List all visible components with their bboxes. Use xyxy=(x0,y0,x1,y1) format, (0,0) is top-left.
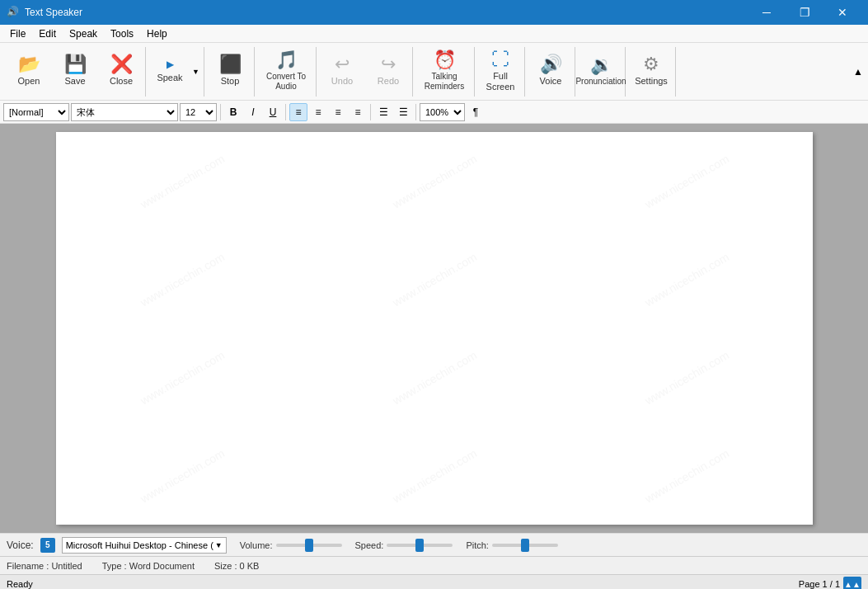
reminders-button[interactable]: ⏰ Talking Reminders xyxy=(416,48,472,96)
reminders-label: Talking Reminders xyxy=(419,72,470,92)
document-page[interactable]: www.nicechin.com www.nicechin.com www.ni… xyxy=(56,132,813,525)
size-select[interactable]: 12 xyxy=(180,103,217,121)
undo-icon: ↩ xyxy=(335,55,350,73)
restore-button[interactable]: ❐ xyxy=(786,0,823,25)
voice-icon: 🔊 xyxy=(540,55,562,73)
volume-label: Volume: xyxy=(240,540,273,550)
font-select[interactable]: 宋体 xyxy=(71,103,178,121)
bottom-panel: Voice: 5 Microsoft Huihui Desktop - Chin… xyxy=(0,533,868,589)
menu-file[interactable]: File xyxy=(3,26,32,41)
pronunciation-label: Pronunciation xyxy=(575,77,626,87)
align-left-button[interactable]: ≡ xyxy=(289,103,307,121)
scroll-top-button[interactable]: ▲▲ xyxy=(843,577,861,589)
watermark-3: www.nicechin.com xyxy=(552,132,812,287)
minimize-button[interactable]: ─ xyxy=(748,0,786,25)
scroll-area[interactable]: www.nicechin.com www.nicechin.com www.ni… xyxy=(0,124,868,533)
pitch-slider[interactable] xyxy=(492,544,558,547)
save-button[interactable]: 💾 Save xyxy=(53,48,97,96)
volume-thumb[interactable] xyxy=(305,539,313,552)
pronunciation-button[interactable]: 🔉 Pronunciation xyxy=(579,48,623,96)
watermark-5: www.nicechin.com xyxy=(300,173,568,384)
bullet-list-button[interactable]: ☰ xyxy=(374,103,392,121)
toolbar: 📂 Open 💾 Save ❌ Close ▶ Speak ▼ ⬛ Stop 🎵 xyxy=(0,43,868,101)
redo-label: Redo xyxy=(378,76,399,87)
title-bar-title: Text Speaker xyxy=(25,7,748,18)
voice-bar-label: Voice: xyxy=(7,540,34,551)
speak-button[interactable]: ▶ Speak xyxy=(149,48,190,96)
open-button[interactable]: 📂 Open xyxy=(7,48,51,96)
format-sep-1 xyxy=(220,104,221,120)
volume-slider[interactable] xyxy=(276,544,342,547)
voice-name-select[interactable]: Microsoft Huihui Desktop - Chinese ( ▼ xyxy=(62,537,227,554)
file-bar: Filename : Untitled Type : Word Document… xyxy=(0,557,868,575)
settings-button[interactable]: ⚙ Settings xyxy=(629,48,673,96)
pronunciation-toolbar-group: 🔉 Pronunciation xyxy=(577,47,626,97)
save-icon: 💾 xyxy=(64,55,87,73)
fullscreen-toolbar-group: ⛶ Full Screen xyxy=(476,47,525,97)
fullscreen-icon: ⛶ xyxy=(491,50,509,68)
speak-icon: ▶ xyxy=(167,59,174,70)
title-bar: 🔊 Text Speaker ─ ❐ ✕ xyxy=(0,0,868,25)
undo-button[interactable]: ↩ Undo xyxy=(320,48,364,96)
speak-dropdown-button[interactable]: ▼ xyxy=(190,48,202,96)
stop-toolbar-group: ⬛ Stop xyxy=(206,47,255,97)
watermark-4: www.nicechin.com xyxy=(56,173,316,384)
watermark-9: www.nicechin.com xyxy=(552,271,812,483)
zoom-select[interactable]: 100% xyxy=(420,103,465,121)
stop-label: Stop xyxy=(221,76,240,87)
redo-icon: ↪ xyxy=(381,55,396,73)
convert-button[interactable]: 🎵 Convert To Audio xyxy=(258,48,314,96)
menu-tools[interactable]: Tools xyxy=(104,26,140,41)
voice-number-icon: 5 xyxy=(40,538,55,553)
watermark-2: www.nicechin.com xyxy=(300,132,568,287)
reminders-toolbar-group: ⏰ Talking Reminders xyxy=(415,47,475,97)
watermark-6: www.nicechin.com xyxy=(552,173,812,384)
convert-icon: 🎵 xyxy=(275,51,298,69)
redo-button[interactable]: ↪ Redo xyxy=(366,48,411,96)
size-label: Size : 0 KB xyxy=(214,561,259,571)
close-doc-label: Close xyxy=(110,76,133,87)
menu-help[interactable]: Help xyxy=(140,26,174,41)
align-center-button[interactable]: ≡ xyxy=(309,103,327,121)
menu-edit[interactable]: Edit xyxy=(32,26,63,41)
open-label: Open xyxy=(18,76,40,87)
undo-label: Undo xyxy=(331,76,353,87)
speed-thumb[interactable] xyxy=(415,539,424,552)
watermark-8: www.nicechin.com xyxy=(300,271,568,483)
close-doc-button[interactable]: ❌ Close xyxy=(99,48,143,96)
reminders-icon: ⏰ xyxy=(434,51,456,69)
speak-dropdown-icon: ▼ xyxy=(192,68,199,76)
stop-icon: ⬛ xyxy=(219,55,242,73)
underline-button[interactable]: U xyxy=(264,103,282,121)
page-indicator: Page 1 / 1 xyxy=(799,579,840,589)
italic-button[interactable]: I xyxy=(244,103,262,121)
settings-label: Settings xyxy=(635,76,668,87)
close-button[interactable]: ✕ xyxy=(823,0,861,25)
pitch-thumb[interactable] xyxy=(521,539,529,552)
close-doc-icon: ❌ xyxy=(110,55,133,73)
menu-speak[interactable]: Speak xyxy=(63,26,104,41)
align-right-button[interactable]: ≡ xyxy=(329,103,347,121)
toolbar-collapse[interactable]: ▲ xyxy=(853,66,863,78)
speed-slider[interactable] xyxy=(387,544,453,547)
watermark-7: www.nicechin.com xyxy=(56,271,316,483)
filename-label: Filename : Untitled xyxy=(7,561,82,571)
speak-toolbar-group: ▶ Speak ▼ xyxy=(148,47,204,97)
voice-button[interactable]: 🔊 Voice xyxy=(528,48,573,96)
convert-label: Convert To Audio xyxy=(260,72,312,92)
number-list-button[interactable]: ☰ xyxy=(394,103,412,121)
format-sep-2 xyxy=(285,104,286,120)
speed-group: Speed: xyxy=(355,540,453,550)
format-bar: [Normal] 宋体 12 B I U ≡ ≡ ≡ ≡ ☰ ☰ 100% ¶ xyxy=(0,101,868,124)
paragraph-mark-button[interactable]: ¶ xyxy=(467,103,485,121)
watermark-1: www.nicechin.com xyxy=(56,132,316,287)
fullscreen-button[interactable]: ⛶ Full Screen xyxy=(478,48,523,96)
format-sep-4 xyxy=(415,104,416,120)
stop-button[interactable]: ⬛ Stop xyxy=(208,48,252,96)
style-select[interactable]: [Normal] xyxy=(3,103,69,121)
watermark-container: www.nicechin.com www.nicechin.com www.ni… xyxy=(56,132,813,525)
undoredo-toolbar-group: ↩ Undo ↪ Redo xyxy=(318,47,413,97)
align-justify-button[interactable]: ≡ xyxy=(349,103,367,121)
bold-button[interactable]: B xyxy=(224,103,242,121)
status-text: Ready xyxy=(7,579,33,589)
